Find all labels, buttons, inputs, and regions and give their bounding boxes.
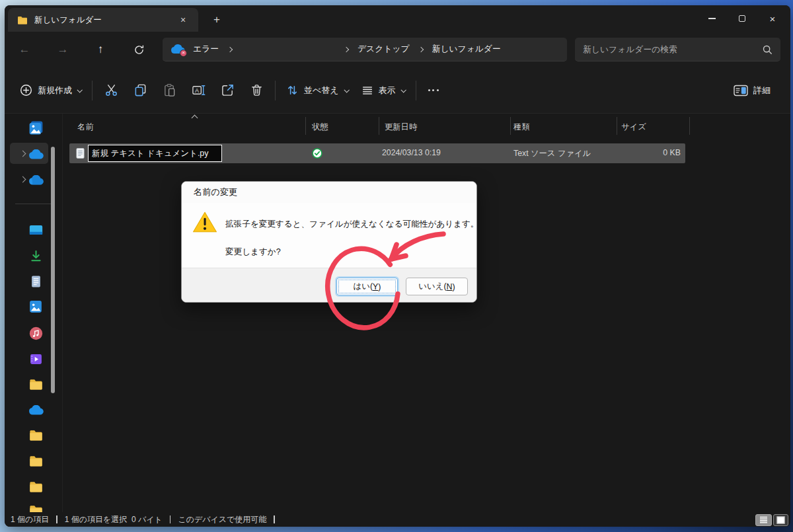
- sidebar-item-desktop[interactable]: [28, 222, 44, 238]
- sidebar-item-onedrive-cloud[interactable]: [28, 402, 44, 418]
- view-lines-icon: [361, 85, 373, 96]
- thumbnail-view-toggle[interactable]: [773, 514, 788, 526]
- no-label: いいえ(: [418, 281, 446, 292]
- synced-check-icon: [312, 148, 322, 159]
- paste-button[interactable]: [155, 77, 184, 104]
- chevron-right-icon[interactable]: [344, 46, 349, 52]
- column-header-status[interactable]: 状態: [312, 122, 328, 133]
- column-separator[interactable]: [689, 117, 690, 135]
- address-bar[interactable]: × エラー デスクトップ 新しいフォルダー: [163, 38, 567, 61]
- yes-button[interactable]: はい(Y): [336, 278, 398, 295]
- svg-text:A: A: [194, 87, 199, 94]
- music-icon: [29, 326, 43, 340]
- refresh-button[interactable]: [128, 39, 150, 60]
- minimize-button[interactable]: [697, 5, 727, 32]
- column-separator[interactable]: [305, 117, 306, 135]
- back-button[interactable]: ←: [13, 39, 36, 60]
- dialog-button-strip: はい(Y) いいえ(N): [182, 268, 476, 302]
- rename-input[interactable]: [88, 145, 222, 162]
- column-header-name[interactable]: 名前: [77, 122, 94, 133]
- toolbar-divider: [416, 81, 416, 100]
- search-box[interactable]: [575, 38, 780, 61]
- cloud-icon: [28, 175, 44, 185]
- details-pane-button[interactable]: 詳細: [727, 79, 777, 102]
- sidebar-item-cloud[interactable]: [28, 172, 44, 188]
- sidebar-item-folder[interactable]: [28, 427, 44, 443]
- more-button[interactable]: [420, 89, 447, 91]
- search-input[interactable]: [583, 44, 762, 54]
- maximize-button[interactable]: [727, 5, 757, 32]
- breadcrumb-error[interactable]: エラー: [190, 44, 221, 55]
- onedrive-cloud-icon: [28, 405, 44, 415]
- no-hotkey: N: [447, 282, 453, 291]
- status-selection: 1 個の項目を選択 0 バイト: [65, 514, 163, 525]
- cut-button[interactable]: [96, 77, 126, 104]
- sidebar-item-documents[interactable]: [28, 274, 44, 289]
- file-date-modified: 2024/03/13 0:19: [382, 148, 441, 157]
- sidebar-item-videos[interactable]: [28, 351, 44, 367]
- column-separator[interactable]: [510, 117, 511, 135]
- onedrive-error-icon: ×: [170, 44, 185, 55]
- close-button[interactable]: ×: [757, 5, 788, 32]
- breadcrumb-desktop[interactable]: デスクトップ: [355, 44, 412, 55]
- chevron-down-icon: [344, 87, 349, 93]
- paste-icon: [163, 83, 176, 97]
- details-view-toggle[interactable]: [755, 514, 772, 526]
- sort-arrows-icon: [286, 84, 299, 96]
- maximize-icon: [739, 15, 745, 22]
- more-icon: [432, 89, 434, 91]
- breadcrumb-current-folder[interactable]: 新しいフォルダー: [430, 44, 504, 55]
- tab-strip: 新しいフォルダー × + ×: [5, 5, 790, 32]
- status-separator: [274, 515, 275, 523]
- chevron-right-icon[interactable]: [418, 46, 423, 52]
- copy-button[interactable]: [126, 77, 155, 104]
- column-header-size[interactable]: サイズ: [621, 122, 646, 133]
- sidebar-scrollbar[interactable]: [51, 147, 55, 393]
- new-button-label: 新規作成: [38, 85, 72, 96]
- dialog-message-line1: 拡張子を変更すると、ファイルが使えなくなる可能性があります。: [225, 219, 477, 230]
- no-label-close: ): [452, 282, 455, 291]
- dialog-message-line2: 変更しますか?: [225, 247, 281, 258]
- expand-chevron-icon[interactable]: [20, 176, 26, 183]
- sidebar-item-gallery[interactable]: [28, 120, 44, 135]
- delete-button[interactable]: [242, 77, 271, 104]
- file-row[interactable]: 2024/03/13 0:19 Text ソース ファイル 0 KB: [5, 143, 790, 163]
- chevron-down-icon: [77, 87, 82, 93]
- sidebar-item-folder[interactable]: [28, 453, 44, 469]
- status-separator: [56, 515, 57, 523]
- view-button[interactable]: 表示: [355, 79, 412, 102]
- forward-button[interactable]: →: [52, 39, 74, 60]
- sidebar-separator: [15, 204, 51, 204]
- new-button[interactable]: 新規作成: [13, 79, 88, 102]
- rename-button[interactable]: A: [184, 77, 213, 104]
- sidebar-item-folder[interactable]: [28, 478, 44, 494]
- no-button[interactable]: いいえ(N): [406, 278, 468, 295]
- sidebar-item-music[interactable]: [28, 325, 44, 341]
- explorer-window: 新しいフォルダー × + × ← → ↑ × エラー デスクトップ: [5, 5, 790, 527]
- share-icon: [221, 83, 235, 97]
- folder-icon: [29, 455, 43, 467]
- up-button[interactable]: ↑: [89, 39, 112, 60]
- sidebar-item-pictures[interactable]: [28, 299, 44, 315]
- pictures-icon: [29, 300, 42, 313]
- search-icon[interactable]: [762, 44, 773, 55]
- tab-active[interactable]: 新しいフォルダー ×: [8, 8, 198, 32]
- column-header-type[interactable]: 種類: [513, 122, 530, 133]
- tab-close-icon[interactable]: ×: [174, 12, 192, 28]
- sort-button[interactable]: 並べ替え: [280, 79, 355, 102]
- cut-icon: [104, 83, 118, 97]
- more-icon: [428, 89, 430, 91]
- sidebar-item-folder[interactable]: [28, 376, 44, 392]
- folder-icon: [29, 430, 43, 441]
- column-header-date[interactable]: 更新日時: [385, 122, 417, 133]
- details-pane-icon: [734, 85, 748, 96]
- chevron-right-icon[interactable]: [227, 46, 233, 52]
- new-tab-button[interactable]: +: [207, 11, 227, 29]
- text-file-icon: [75, 147, 85, 159]
- sidebar-item-downloads[interactable]: [28, 248, 44, 264]
- rename-icon: A: [192, 83, 206, 97]
- column-separator[interactable]: [617, 117, 617, 135]
- column-separator[interactable]: [379, 117, 379, 135]
- share-button[interactable]: [213, 77, 242, 104]
- more-icon: [437, 89, 439, 91]
